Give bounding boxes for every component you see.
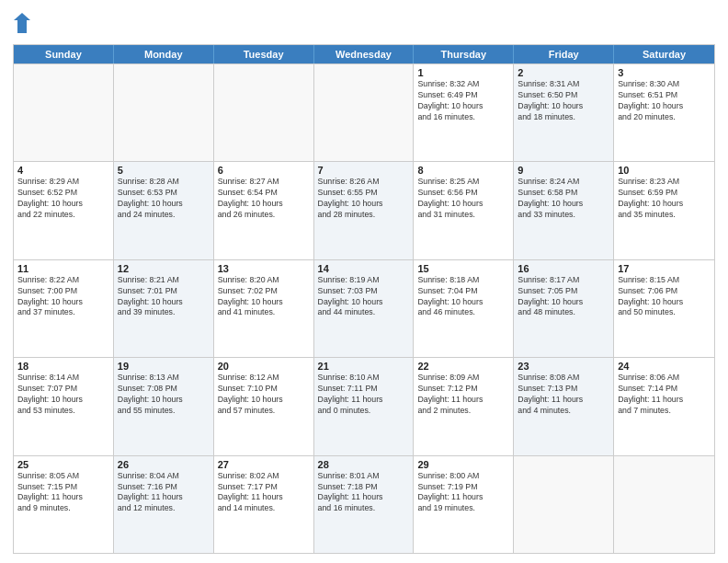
- day-number: 25: [17, 459, 109, 470]
- calendar-cell: 27Sunrise: 8:02 AM Sunset: 7:17 PM Dayli…: [214, 456, 314, 553]
- day-info: Sunrise: 8:12 AM Sunset: 7:10 PM Dayligh…: [218, 373, 310, 417]
- day-number: 9: [518, 165, 609, 176]
- day-info: Sunrise: 8:31 AM Sunset: 6:50 PM Dayligh…: [518, 79, 609, 123]
- day-number: 19: [118, 361, 210, 372]
- day-number: 24: [618, 361, 711, 372]
- calendar-cell: 2Sunrise: 8:31 AM Sunset: 6:50 PM Daylig…: [514, 64, 614, 161]
- calendar-cell: 1Sunrise: 8:32 AM Sunset: 6:49 PM Daylig…: [414, 64, 514, 161]
- day-info: Sunrise: 8:20 AM Sunset: 7:02 PM Dayligh…: [218, 275, 310, 319]
- day-info: Sunrise: 8:14 AM Sunset: 7:07 PM Dayligh…: [17, 373, 109, 417]
- day-info: Sunrise: 8:25 AM Sunset: 6:56 PM Dayligh…: [417, 177, 509, 221]
- day-info: Sunrise: 8:21 AM Sunset: 7:01 PM Dayligh…: [118, 275, 210, 319]
- calendar-cell: 18Sunrise: 8:14 AM Sunset: 7:07 PM Dayli…: [14, 358, 114, 454]
- logo-icon: [14, 13, 30, 33]
- day-number: 7: [318, 165, 410, 176]
- day-number: 4: [17, 165, 109, 176]
- calendar-cell: 25Sunrise: 8:05 AM Sunset: 7:15 PM Dayli…: [14, 456, 114, 553]
- day-info: Sunrise: 8:01 AM Sunset: 7:18 PM Dayligh…: [318, 471, 410, 515]
- day-number: 1: [417, 67, 509, 78]
- calendar-body: 1Sunrise: 8:32 AM Sunset: 6:49 PM Daylig…: [14, 63, 714, 553]
- day-number: 29: [417, 459, 509, 470]
- day-number: 17: [618, 263, 711, 274]
- calendar-cell: 9Sunrise: 8:24 AM Sunset: 6:58 PM Daylig…: [514, 162, 614, 259]
- calendar-cell: 16Sunrise: 8:17 AM Sunset: 7:05 PM Dayli…: [514, 260, 614, 357]
- day-number: 11: [17, 263, 109, 274]
- day-info: Sunrise: 8:32 AM Sunset: 6:49 PM Dayligh…: [417, 79, 509, 123]
- calendar-cell: 7Sunrise: 8:26 AM Sunset: 6:55 PM Daylig…: [314, 162, 415, 259]
- day-number: 6: [218, 165, 310, 176]
- calendar-cell: 3Sunrise: 8:30 AM Sunset: 6:51 PM Daylig…: [614, 64, 714, 161]
- calendar-cell: 5Sunrise: 8:28 AM Sunset: 6:53 PM Daylig…: [114, 162, 214, 259]
- calendar-cell: 15Sunrise: 8:18 AM Sunset: 7:04 PM Dayli…: [414, 260, 514, 357]
- calendar-cell: 19Sunrise: 8:13 AM Sunset: 7:08 PM Dayli…: [114, 358, 214, 454]
- calendar-header-cell: Tuesday: [214, 45, 314, 63]
- day-info: Sunrise: 8:05 AM Sunset: 7:15 PM Dayligh…: [17, 471, 109, 515]
- calendar-header-cell: Wednesday: [314, 45, 415, 63]
- calendar-cell: [214, 64, 314, 161]
- day-info: Sunrise: 8:02 AM Sunset: 7:17 PM Dayligh…: [218, 471, 310, 515]
- calendar-cell: 8Sunrise: 8:25 AM Sunset: 6:56 PM Daylig…: [414, 162, 514, 259]
- day-info: Sunrise: 8:23 AM Sunset: 6:59 PM Dayligh…: [618, 177, 711, 221]
- calendar-cell: 20Sunrise: 8:12 AM Sunset: 7:10 PM Dayli…: [214, 358, 314, 454]
- day-number: 10: [618, 165, 711, 176]
- calendar-cell: [14, 64, 114, 161]
- day-info: Sunrise: 8:04 AM Sunset: 7:16 PM Dayligh…: [118, 471, 210, 515]
- calendar-header: SundayMondayTuesdayWednesdayThursdayFrid…: [14, 45, 714, 63]
- day-number: 8: [417, 165, 509, 176]
- day-info: Sunrise: 8:06 AM Sunset: 7:14 PM Dayligh…: [618, 373, 711, 417]
- calendar-cell: 17Sunrise: 8:15 AM Sunset: 7:06 PM Dayli…: [614, 260, 714, 357]
- calendar-cell: 24Sunrise: 8:06 AM Sunset: 7:14 PM Dayli…: [614, 358, 714, 454]
- day-number: 15: [417, 263, 509, 274]
- calendar-header-cell: Monday: [114, 45, 214, 63]
- day-number: 20: [218, 361, 310, 372]
- day-info: Sunrise: 8:19 AM Sunset: 7:03 PM Dayligh…: [318, 275, 410, 319]
- day-number: 13: [218, 263, 310, 274]
- day-info: Sunrise: 8:30 AM Sunset: 6:51 PM Dayligh…: [618, 79, 711, 123]
- calendar-cell: [314, 64, 415, 161]
- day-info: Sunrise: 8:18 AM Sunset: 7:04 PM Dayligh…: [417, 275, 509, 319]
- calendar-header-cell: Thursday: [414, 45, 514, 63]
- day-info: Sunrise: 8:10 AM Sunset: 7:11 PM Dayligh…: [318, 373, 410, 417]
- calendar-row: 4Sunrise: 8:29 AM Sunset: 6:52 PM Daylig…: [14, 161, 714, 259]
- day-number: 18: [17, 361, 109, 372]
- day-info: Sunrise: 8:17 AM Sunset: 7:05 PM Dayligh…: [518, 275, 609, 319]
- day-info: Sunrise: 8:29 AM Sunset: 6:52 PM Dayligh…: [17, 177, 109, 221]
- calendar-header-cell: Saturday: [614, 45, 714, 63]
- day-number: 22: [417, 361, 509, 372]
- calendar-cell: 28Sunrise: 8:01 AM Sunset: 7:18 PM Dayli…: [314, 456, 415, 553]
- calendar-cell: 14Sunrise: 8:19 AM Sunset: 7:03 PM Dayli…: [314, 260, 415, 357]
- day-info: Sunrise: 8:00 AM Sunset: 7:19 PM Dayligh…: [417, 471, 509, 515]
- day-number: 5: [118, 165, 210, 176]
- day-info: Sunrise: 8:26 AM Sunset: 6:55 PM Dayligh…: [318, 177, 410, 221]
- calendar-cell: [514, 456, 614, 553]
- day-number: 14: [318, 263, 410, 274]
- day-info: Sunrise: 8:15 AM Sunset: 7:06 PM Dayligh…: [618, 275, 711, 319]
- day-info: Sunrise: 8:27 AM Sunset: 6:54 PM Dayligh…: [218, 177, 310, 221]
- calendar-cell: 11Sunrise: 8:22 AM Sunset: 7:00 PM Dayli…: [14, 260, 114, 357]
- day-info: Sunrise: 8:24 AM Sunset: 6:58 PM Dayligh…: [518, 177, 609, 221]
- calendar-cell: [114, 64, 214, 161]
- calendar-row: 11Sunrise: 8:22 AM Sunset: 7:00 PM Dayli…: [14, 259, 714, 357]
- calendar-cell: 6Sunrise: 8:27 AM Sunset: 6:54 PM Daylig…: [214, 162, 314, 259]
- day-number: 16: [518, 263, 609, 274]
- calendar-cell: 12Sunrise: 8:21 AM Sunset: 7:01 PM Dayli…: [114, 260, 214, 357]
- svg-marker-0: [14, 13, 30, 33]
- day-number: 2: [518, 67, 609, 78]
- calendar-header-cell: Sunday: [14, 45, 114, 63]
- calendar-cell: 21Sunrise: 8:10 AM Sunset: 7:11 PM Dayli…: [314, 358, 415, 454]
- day-number: 12: [118, 263, 210, 274]
- logo: [13, 13, 32, 37]
- day-number: 28: [318, 459, 410, 470]
- header: [13, 9, 715, 37]
- day-number: 23: [518, 361, 609, 372]
- calendar-cell: [614, 456, 714, 553]
- calendar-row: 25Sunrise: 8:05 AM Sunset: 7:15 PM Dayli…: [14, 455, 714, 553]
- calendar-row: 18Sunrise: 8:14 AM Sunset: 7:07 PM Dayli…: [14, 357, 714, 454]
- calendar: SundayMondayTuesdayWednesdayThursdayFrid…: [13, 44, 715, 554]
- day-info: Sunrise: 8:22 AM Sunset: 7:00 PM Dayligh…: [17, 275, 109, 319]
- calendar-cell: 29Sunrise: 8:00 AM Sunset: 7:19 PM Dayli…: [414, 456, 514, 553]
- calendar-cell: 4Sunrise: 8:29 AM Sunset: 6:52 PM Daylig…: [14, 162, 114, 259]
- page: SundayMondayTuesdayWednesdayThursdayFrid…: [0, 0, 728, 563]
- day-info: Sunrise: 8:28 AM Sunset: 6:53 PM Dayligh…: [118, 177, 210, 221]
- calendar-row: 1Sunrise: 8:32 AM Sunset: 6:49 PM Daylig…: [14, 63, 714, 161]
